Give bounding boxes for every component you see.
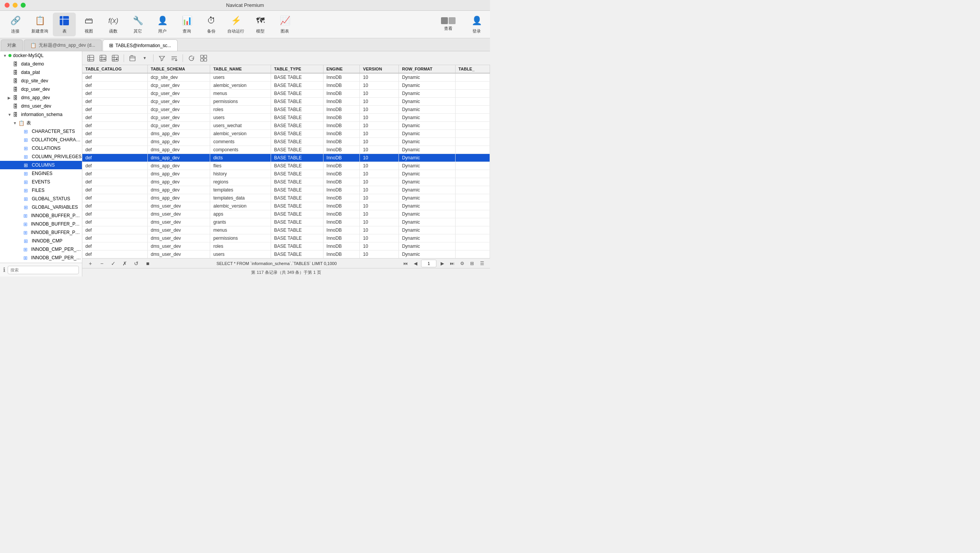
delete-record-button[interactable]: − <box>98 259 106 268</box>
refresh-status-button[interactable]: ↺ <box>132 259 140 268</box>
stop-button[interactable]: ■ <box>144 259 152 268</box>
backup-button[interactable]: ⏱ 备份 <box>200 13 223 36</box>
table-row[interactable]: defdms_app_devtemplates_dataBASE TABLEIn… <box>82 194 490 202</box>
cancel-button[interactable]: ✗ <box>121 259 129 268</box>
table-row[interactable]: defdms_app_devalembic_versionBASE TABLEI… <box>82 130 490 138</box>
sidebar-item-INNODB_CMP[interactable]: ⊞ INNODB_CMP <box>0 237 82 245</box>
table-row[interactable]: defdms_app_devregionsBASE TABLEInnoDB10D… <box>82 178 490 186</box>
sidebar-item-dms_app_dev[interactable]: ▶ 🗄 dms_app_dev <box>0 93 82 102</box>
form-status-button[interactable]: ☰ <box>478 259 486 268</box>
page-number-input[interactable] <box>421 260 436 267</box>
model-button[interactable]: 🗺 模型 <box>249 13 272 36</box>
delete-row-button[interactable] <box>98 53 108 63</box>
filter-button[interactable] <box>157 53 167 63</box>
refresh-button[interactable] <box>186 53 197 63</box>
login-button[interactable]: 👤 登录 <box>467 13 486 36</box>
sidebar-item-INNODB_BUFFER_PAG2[interactable]: ⊞ INNODB_BUFFER_PAG... <box>0 220 82 228</box>
sidebar-item-COLUMNS[interactable]: ⊞ COLUMNS <box>0 161 82 169</box>
sidebar-item-dcp_site_dev[interactable]: 🗄 dcp_site_dev <box>0 77 82 85</box>
edit-row-button[interactable] <box>110 53 121 63</box>
sidebar-item-CHARACTER_SETS[interactable]: ⊞ CHARACTER_SETS <box>0 127 82 136</box>
table-row[interactable]: defdcp_user_devpermissionsBASE TABLEInno… <box>82 98 490 106</box>
sidebar-item-FILES[interactable]: ⊞ FILES <box>0 186 82 195</box>
tab-untitled[interactable]: 📋 无标题@dms_app_dev (d... <box>24 39 102 51</box>
maximize-button[interactable] <box>21 3 26 8</box>
open-file-button[interactable] <box>127 53 138 63</box>
close-button[interactable] <box>5 3 10 8</box>
table-row[interactable]: defdcp_user_devusers_wechatBASE TABLEInn… <box>82 122 490 130</box>
minimize-button[interactable] <box>13 3 18 8</box>
table-row[interactable]: defdms_user_devalembic_versionBASE TABLE… <box>82 202 490 210</box>
sidebar-item-dms_user_dev[interactable]: 🗄 dms_user_dev <box>0 102 82 110</box>
settings-button[interactable]: ⚙ <box>458 259 466 268</box>
search-input[interactable] <box>8 266 79 274</box>
new-query-button[interactable]: 📋 新建查询 <box>28 13 51 36</box>
table-row[interactable]: defdms_app_devfliesBASE TABLEInnoDB10Dyn… <box>82 162 490 170</box>
last-page-button[interactable]: ⏭ <box>448 259 456 268</box>
sidebar-item-tables-node[interactable]: ▼ 📋 表 <box>0 119 82 127</box>
table-row[interactable]: defdcp_user_devrolesBASE TABLEInnoDB10Dy… <box>82 106 490 114</box>
confirm-button[interactable]: ✓ <box>109 259 118 268</box>
sidebar-item-COLLATION_CHARAC[interactable]: ⊞ COLLATION_CHARAC... <box>0 136 82 144</box>
col-header-table-schema[interactable]: TABLE_SCHEMA <box>147 65 210 73</box>
sidebar-item-data_plat[interactable]: 🗄 data_plat <box>0 68 82 77</box>
sidebar-item-information_schema[interactable]: ▼ 🗄 information_schema <box>0 110 82 119</box>
table-row[interactable]: defdms_user_devappsBASE TABLEInnoDB10Dyn… <box>82 210 490 218</box>
sidebar-item-INNODB_CMP_PER_IN[interactable]: ⊞ INNODB_CMP_PER_IN... <box>0 245 82 254</box>
sidebar-item-INNODB_CMP_PER_IN2[interactable]: ⊞ INNODB_CMP_PER_IN... <box>0 254 82 262</box>
table-row[interactable]: defdcp_user_devusersBASE TABLEInnoDB10Dy… <box>82 114 490 122</box>
table-row[interactable]: defdms_user_devgrantsBASE TABLEInnoDB10D… <box>82 218 490 226</box>
grid-view-button[interactable] <box>198 53 209 63</box>
view-toggle-button[interactable]: 查看 <box>439 13 458 36</box>
table-row[interactable]: defdms_user_devrolesBASE TABLEInnoDB10Dy… <box>82 242 490 250</box>
sidebar-item-COLUMN_PRIVILEGES[interactable]: ⊞ COLUMN_PRIVILEGES <box>0 152 82 161</box>
col-header-engine[interactable]: ENGINE <box>323 65 360 73</box>
table-row[interactable]: defdms_user_devmenusBASE TABLEInnoDB10Dy… <box>82 226 490 234</box>
table-row[interactable]: defdcp_user_devmenusBASE TABLEInnoDB10Dy… <box>82 90 490 98</box>
table-row[interactable]: defdms_user_devpermissionsBASE TABLEInno… <box>82 234 490 242</box>
col-header-version[interactable]: VERSION <box>360 65 399 73</box>
tab-objects[interactable]: 对象 <box>1 39 23 51</box>
sidebar-item-GLOBAL_VARIABLES[interactable]: ⊞ GLOBAL_VARIABLES <box>0 203 82 211</box>
prev-page-button[interactable]: ◀ <box>411 259 420 268</box>
sort-button[interactable] <box>169 53 180 63</box>
table-row[interactable]: defdcp_site_devusersBASE TABLEInnoDB10Dy… <box>82 73 490 82</box>
sidebar-item-connection[interactable]: ▼ docker-MySQL <box>0 51 82 60</box>
table-row[interactable]: defdms_app_devhistoryBASE TABLEInnoDB10D… <box>82 170 490 178</box>
table-button[interactable]: 表 <box>53 13 76 36</box>
add-row-button[interactable] <box>85 53 96 63</box>
table-row[interactable]: defdms_app_devcommentsBASE TABLEInnoDB10… <box>82 138 490 146</box>
sidebar-item-INNODB_BUFFER_PAGE[interactable]: ⊞ INNODB_BUFFER_PAGE <box>0 211 82 220</box>
user-button[interactable]: 👤 用户 <box>151 13 174 36</box>
query-button[interactable]: 📊 查询 <box>175 13 198 36</box>
autorun-button[interactable]: ⚡ 自动运行 <box>224 13 247 36</box>
table-row[interactable]: defdms_app_devdictsBASE TABLEInnoDB10Dyn… <box>82 154 490 162</box>
add-record-button[interactable]: + <box>86 259 95 268</box>
next-page-button[interactable]: ▶ <box>438 259 446 268</box>
table-row[interactable]: defdms_app_devcomponentsBASE TABLEInnoDB… <box>82 146 490 154</box>
col-header-table-extra[interactable]: TABLE_ <box>455 65 490 73</box>
col-header-table-type[interactable]: TABLE_TYPE <box>271 65 323 73</box>
sidebar-item-data_demo[interactable]: 🗄 data_demo <box>0 60 82 68</box>
sidebar-item-dcp_user_dev[interactable]: 🗄 dcp_user_dev <box>0 85 82 93</box>
connect-button[interactable]: 🔗 连接 <box>4 13 27 36</box>
sidebar-item-COLLATIONS[interactable]: ⊞ COLLATIONS <box>0 144 82 152</box>
table-row[interactable]: defdcp_user_devalembic_versionBASE TABLE… <box>82 82 490 90</box>
sidebar-item-ENGINES[interactable]: ⊞ ENGINES <box>0 169 82 178</box>
dropdown-button[interactable]: ▼ <box>139 53 150 63</box>
table-row[interactable]: defdms_app_devtemplatesBASE TABLEInnoDB1… <box>82 186 490 194</box>
tab-tables[interactable]: ⊞ TABLES@information_sc... <box>103 39 178 51</box>
sidebar-item-GLOBAL_STATUS[interactable]: ⊞ GLOBAL_STATUS <box>0 195 82 203</box>
table-row[interactable]: defdms_user_devusersBASE TABLEInnoDB10Dy… <box>82 250 490 259</box>
chart-button[interactable]: 📈 图表 <box>273 13 296 36</box>
first-page-button[interactable]: ⏮ <box>401 259 410 268</box>
col-header-row-format[interactable]: ROW_FORMAT <box>399 65 455 73</box>
view-button[interactable]: 🗃 视图 <box>77 13 100 36</box>
sidebar-item-EVENTS[interactable]: ⊞ EVENTS <box>0 178 82 186</box>
col-header-table-catalog[interactable]: TABLE_CATALOG <box>82 65 147 73</box>
sidebar-item-INNODB_BUFFER_POO[interactable]: ⊞ INNODB_BUFFER_POO... <box>0 228 82 237</box>
function-button[interactable]: f(x) 函数 <box>102 13 125 36</box>
col-header-table-name[interactable]: TABLE_NAME <box>210 65 271 73</box>
grid-status-button[interactable]: ⊞ <box>468 259 476 268</box>
other-button[interactable]: 🔧 其它 <box>126 13 149 36</box>
